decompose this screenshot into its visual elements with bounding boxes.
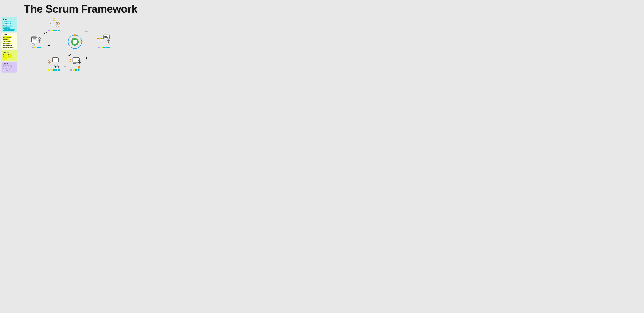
svg-text:B: B <box>53 23 54 24</box>
timebox-tags: 15 min 60 min 60 min 60 min 60 min <box>2 54 16 60</box>
diagram-area: A B <box>17 16 160 78</box>
tag-sprint-planning[interactable]: Sprint Planning <box>2 36 12 38</box>
svg-line-11 <box>56 26 57 27</box>
svg-line-100 <box>109 42 110 44</box>
tag-sme[interactable]: Subject Matter Expert <box>2 29 14 31</box>
svg-point-58 <box>54 64 56 66</box>
svg-line-60 <box>54 66 56 67</box>
svg-point-33 <box>33 43 34 45</box>
tag-60min-4: 60 min <box>2 58 7 60</box>
svg-point-64 <box>58 64 59 66</box>
svg-line-31 <box>38 40 38 41</box>
tag-retrospective[interactable]: Retrospective <box>2 43 11 44</box>
svg-point-38 <box>81 41 82 43</box>
svg-rect-69 <box>73 58 80 62</box>
timebox-box: Timebox 15 min 60 min 60 min 60 min 60 m… <box>2 50 17 61</box>
events-heading: Events <box>2 34 16 36</box>
svg-rect-50 <box>52 58 58 62</box>
svg-line-57 <box>50 64 50 65</box>
sprint-planning-blocks <box>32 47 41 48</box>
roles-box: Roles Product Owner Scrum Master Develop… <box>2 17 17 32</box>
svg-text:A: A <box>50 23 51 24</box>
arrow-to-sprint: ↘ <box>46 43 51 48</box>
svg-text:?: ? <box>40 36 40 38</box>
tag-60min-2: 60 min <box>2 56 7 58</box>
svg-point-85 <box>98 38 99 39</box>
svg-text:↺: ↺ <box>71 34 73 35</box>
svg-point-0 <box>53 18 55 21</box>
daily-sync-blocks <box>48 69 60 71</box>
events-tags: Sprint Planning Daily Sync Sprint Review… <box>2 36 16 44</box>
svg-line-30 <box>40 42 40 43</box>
roles-heading: Roles <box>2 18 16 20</box>
svg-rect-44 <box>71 41 72 43</box>
svg-line-63 <box>56 68 56 69</box>
tag-product-backlog[interactable]: Product Backlog <box>2 65 12 67</box>
arrow-from-retrospective: ← <box>85 29 88 34</box>
svg-line-62 <box>55 68 56 69</box>
roles-tags: Product Owner Scrum Master Development T… <box>2 21 16 31</box>
product-backlog-illustration: A B <box>47 18 61 30</box>
tag-product-owner[interactable]: Product Owner <box>2 21 11 22</box>
node-increment: 🔥 <box>68 57 82 71</box>
additional-events-heading: Additional events <box>2 45 16 46</box>
arrow-to-sprint-planning: ↙ <box>43 30 47 36</box>
node-sprint-planning: ? Product Backlog <box>31 36 42 48</box>
svg-line-98 <box>107 39 108 40</box>
svg-line-12 <box>57 26 58 27</box>
tag-15min: 15 min <box>2 54 7 56</box>
retrospective-blocks <box>98 47 110 48</box>
svg-text:🔥: 🔥 <box>77 65 81 69</box>
node-retrospective <box>97 34 112 48</box>
svg-marker-81 <box>105 38 106 39</box>
svg-line-79 <box>80 64 80 65</box>
svg-line-16 <box>58 26 59 27</box>
svg-point-32 <box>32 43 35 46</box>
svg-point-13 <box>58 22 60 24</box>
tag-daily-sync[interactable]: Daily Sync <box>2 38 9 40</box>
svg-point-88 <box>103 38 104 39</box>
svg-text:→: → <box>78 47 79 49</box>
svg-point-8 <box>56 22 58 24</box>
events-box: Events Sprint Planning Daily Sync Sprint… <box>2 33 17 49</box>
svg-point-86 <box>99 38 101 39</box>
svg-rect-42 <box>74 38 76 39</box>
node-sprint-gear: ↺ → <box>67 34 83 51</box>
svg-rect-83 <box>104 36 107 37</box>
tag-stakeholders[interactable]: Stakeholders <box>2 27 10 28</box>
artifacts-heading: Artifacts <box>2 63 16 65</box>
tag-backlog-refinement[interactable]: Backlog Refinement <box>2 47 14 48</box>
svg-line-29 <box>39 42 40 43</box>
svg-point-26 <box>38 37 40 40</box>
tag-product[interactable]: Product <box>2 70 8 71</box>
svg-line-68 <box>58 68 59 69</box>
svg-point-37 <box>74 34 76 36</box>
artifacts-box: Artifacts Product Backlog Sprint Backlog… <box>2 62 17 73</box>
tag-sprint-backlog[interactable]: Sprint Backlog <box>2 68 11 69</box>
svg-line-61 <box>53 66 54 67</box>
svg-rect-22 <box>32 37 37 43</box>
svg-rect-45 <box>78 41 79 43</box>
arrow-to-retrospective: ↗ <box>84 56 89 61</box>
tag-scrum-master[interactable]: Scrum Master <box>2 23 11 24</box>
product-backlog-blocks <box>48 30 60 31</box>
svg-rect-43 <box>74 45 76 46</box>
svg-rect-73 <box>69 61 71 62</box>
timebox-heading: Timebox <box>2 52 16 53</box>
tag-dev-team[interactable]: Development Team <box>2 25 13 26</box>
svg-line-99 <box>108 42 109 44</box>
left-panel: Roles Product Owner Scrum Master Develop… <box>2 16 17 78</box>
svg-line-56 <box>49 64 50 65</box>
svg-point-72 <box>69 59 70 61</box>
increment-blocks <box>70 69 80 71</box>
svg-point-53 <box>48 60 50 61</box>
tag-60min-3: 60 min <box>8 56 12 58</box>
svg-rect-82 <box>104 36 108 36</box>
page-title: The Scrum Framework <box>0 0 161 16</box>
artifacts-tags: Product Backlog Sprint Backlog Product <box>2 65 16 71</box>
tag-60min-1: 60 min <box>8 54 12 56</box>
additional-events-tags: Backlog Refinement <box>2 47 16 48</box>
svg-rect-84 <box>104 37 108 37</box>
tag-sprint-review[interactable]: Sprint Review <box>2 40 11 42</box>
arrow-to-increment: → <box>64 65 66 68</box>
